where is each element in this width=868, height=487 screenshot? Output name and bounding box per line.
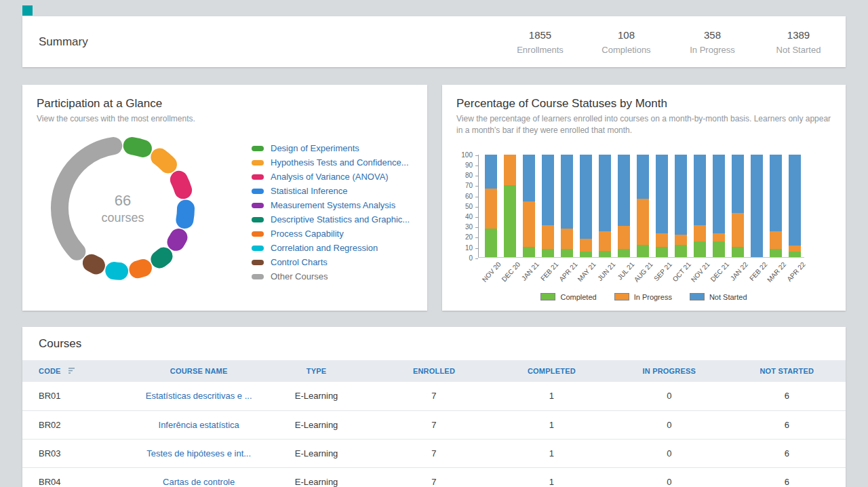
bar-legend-label: In Progress [634,293,672,301]
summary-title: Summary [39,35,88,49]
participation-card: Participation at a Glance View the cours… [22,85,427,311]
stacked-bar[interactable] [618,155,630,257]
course-type: E-Learning [258,467,375,487]
participation-legend-item[interactable]: Control Charts [252,255,410,269]
donut-chart-svg [45,130,201,286]
donut-slice[interactable] [60,146,113,252]
stacked-bar[interactable] [580,155,592,257]
bar-segment-in-progress [694,225,706,241]
stat-value: 108 [583,29,669,41]
stacked-bar[interactable] [770,155,782,257]
course-completed: 1 [493,410,610,439]
donut-slice[interactable] [159,157,168,165]
stacked-bar[interactable] [637,155,649,257]
bar-slot: OCT 21 [671,155,690,257]
column-header-completed[interactable]: COMPLETED [493,360,610,382]
participation-legend-item[interactable]: Descriptive Statistics and Graphic... [252,212,410,227]
bar-segment-not-started [542,155,554,225]
y-axis-label: 80 [465,172,473,179]
bar-plot-area: NOV 20DEC 20JAN 21FEB 21APR 21MAY 21JUN … [478,155,804,258]
participation-legend-item[interactable]: Analysis of Variance (ANOVA) [252,170,410,184]
bar-segment-completed [580,252,592,257]
bar-chart-legend: Completed In Progress Not Started [456,293,831,301]
donut-slice[interactable] [159,256,163,260]
bar-slot: JAN 21 [519,155,538,257]
y-axis-label: 40 [465,213,473,220]
y-axis-label: 50 [465,203,473,210]
summary-stat: 1855 Enrollments [497,29,583,55]
bar-legend-swatch [690,293,705,300]
donut-slice[interactable] [92,263,96,266]
course-name-link[interactable]: Inferência estatística [159,420,239,430]
column-header-not-started[interactable]: NOT STARTED [728,360,846,382]
column-header-enrolled[interactable]: ENROLLED [375,360,492,382]
bar-segment-completed [542,249,554,257]
bar-segment-not-started [580,155,592,239]
stacked-bar[interactable] [675,155,687,257]
stacked-bar[interactable] [599,155,611,257]
donut-slice[interactable] [176,237,179,242]
participation-legend-item[interactable]: Hypothesis Tests and Confidence... [252,155,410,170]
stacked-bar[interactable] [561,155,573,257]
bar-slot: APR 21 [557,155,576,257]
bar-segment-in-progress [523,201,535,246]
legend-swatch [252,274,264,279]
stacked-bar[interactable] [732,155,744,257]
column-header-code[interactable]: CODE [22,360,140,382]
course-type: E-Learning [258,410,375,439]
participation-legend-item[interactable]: Process Capability [252,227,410,241]
statuses-bar-chart: 0102030405060708090100 NOV 20DEC 20JAN 2… [459,155,831,258]
donut-slice[interactable] [184,209,186,220]
course-not-started: 6 [728,467,846,487]
stacked-bar[interactable] [542,155,554,257]
donut-slice[interactable] [179,180,183,190]
participation-legend-item[interactable]: Statistical Inference [252,184,410,198]
course-name-link[interactable]: Estatísticas descritivas e ... [146,391,252,401]
bar-segment-not-started [599,155,611,231]
x-axis-label: NOV 20 [481,260,502,284]
bar-segment-not-started [751,155,763,257]
stacked-bar[interactable] [485,155,497,257]
bar-segment-completed [770,249,782,257]
participation-legend-item[interactable]: Other Courses [252,269,410,284]
sort-icon[interactable] [68,367,77,374]
stacked-bar[interactable] [694,155,706,257]
bar-slot: NOV 21 [690,155,709,257]
bar-segment-in-progress [561,229,573,249]
stacked-bar[interactable] [523,155,535,257]
stacked-bar[interactable] [656,155,668,257]
participation-legend-item[interactable]: Correlation and Regression [252,241,410,255]
x-axis-label: DEC 21 [709,260,731,283]
donut-slice[interactable] [138,268,143,269]
donut-slice[interactable] [132,146,143,149]
column-header-label: CODE [39,367,61,375]
legend-label: Descriptive Statistics and Graphic... [271,214,410,225]
bar-segment-completed [523,247,535,257]
column-header-type[interactable]: TYPE [258,360,375,382]
participation-legend: Design of Experiments Hypothesis Tests a… [252,141,410,286]
course-name-link[interactable]: Cartas de controle [163,477,235,487]
app-logo-mark [22,5,33,16]
y-axis-label: 70 [465,182,473,189]
donut-slice[interactable] [114,271,119,272]
stacked-bar[interactable] [751,155,763,257]
course-name-link[interactable]: Testes de hipóteses e int... [146,448,251,459]
x-axis-label: JAN 22 [729,260,749,282]
participation-legend-item[interactable]: Design of Experiments [252,141,410,155]
participation-legend-item[interactable]: Measurement Systems Analysis [252,198,410,212]
bar-slot: MAR 22 [766,155,785,257]
course-code: BR01 [22,382,140,410]
bar-slot: FEB 22 [747,155,766,257]
column-header-course-name[interactable]: COURSE NAME [140,360,257,382]
bar-legend-item: Completed [540,293,596,301]
column-header-in-progress[interactable]: IN PROGRESS [610,360,728,382]
stacked-bar[interactable] [789,155,801,257]
x-axis-label: FEB 21 [539,260,559,282]
y-axis-label: 90 [465,161,473,169]
bar-segment-not-started [561,155,573,229]
stacked-bar[interactable] [713,155,725,257]
stacked-bar[interactable] [504,155,516,257]
bar-segment-completed [599,251,611,257]
legend-label: Analysis of Variance (ANOVA) [271,172,389,182]
course-name-cell: Testes de hipóteses e int... [140,439,257,467]
